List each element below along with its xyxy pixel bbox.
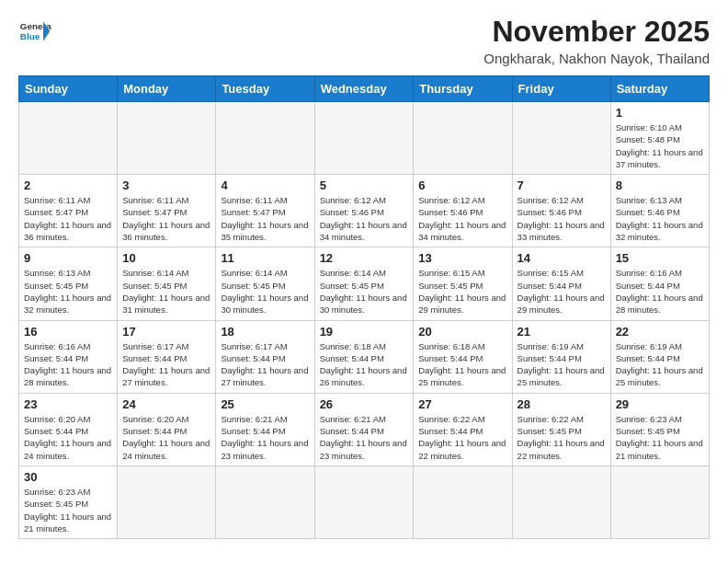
header-wednesday: Wednesday	[314, 76, 414, 102]
header-monday: Monday	[118, 76, 216, 102]
empty-cell	[19, 102, 118, 175]
header-friday: Friday	[512, 76, 610, 102]
location-title: Ongkharak, Nakhon Nayok, Thailand	[483, 51, 710, 66]
empty-cell	[216, 102, 314, 175]
day-19: 19 Sunrise: 6:18 AM Sunset: 5:44 PM Dayl…	[314, 320, 414, 393]
svg-text:Blue: Blue	[20, 31, 40, 41]
empty-cell	[314, 102, 414, 175]
header-thursday: Thursday	[414, 76, 512, 102]
day-20: 20 Sunrise: 6:18 AM Sunset: 5:44 PM Dayl…	[414, 320, 512, 393]
weekday-header-row: Sunday Monday Tuesday Wednesday Thursday…	[19, 76, 710, 102]
header-saturday: Saturday	[610, 76, 709, 102]
day-8: 8 Sunrise: 6:13 AM Sunset: 5:46 PM Dayli…	[610, 175, 709, 247]
empty-cell	[314, 465, 414, 538]
title-block: November 2025 Ongkharak, Nakhon Nayok, T…	[483, 15, 710, 66]
day-14: 14 Sunrise: 6:15 AM Sunset: 5:44 PM Dayl…	[512, 247, 610, 320]
calendar-row-4: 16 Sunrise: 6:16 AM Sunset: 5:44 PM Dayl…	[19, 320, 710, 393]
calendar-row-6: 30 Sunrise: 6:23 AM Sunset: 5:45 PM Dayl…	[19, 465, 710, 538]
day-12: 12 Sunrise: 6:14 AM Sunset: 5:45 PM Dayl…	[314, 247, 414, 320]
calendar-row-2: 2 Sunrise: 6:11 AM Sunset: 5:47 PM Dayli…	[19, 175, 710, 247]
calendar-row-3: 9 Sunrise: 6:13 AM Sunset: 5:45 PM Dayli…	[19, 247, 710, 320]
day-10: 10 Sunrise: 6:14 AM Sunset: 5:45 PM Dayl…	[118, 247, 216, 320]
day-5: 5 Sunrise: 6:12 AM Sunset: 5:46 PM Dayli…	[314, 175, 414, 247]
header-tuesday: Tuesday	[216, 76, 314, 102]
day-2: 2 Sunrise: 6:11 AM Sunset: 5:47 PM Dayli…	[19, 175, 118, 247]
day-3: 3 Sunrise: 6:11 AM Sunset: 5:47 PM Dayli…	[118, 175, 216, 247]
day-9: 9 Sunrise: 6:13 AM Sunset: 5:45 PM Dayli…	[19, 247, 118, 320]
day-24: 24 Sunrise: 6:20 AM Sunset: 5:44 PM Dayl…	[118, 393, 216, 465]
day-27: 27 Sunrise: 6:22 AM Sunset: 5:44 PM Dayl…	[414, 393, 512, 465]
day-23: 23 Sunrise: 6:20 AM Sunset: 5:44 PM Dayl…	[19, 393, 118, 465]
page-header: General Blue November 2025 Ongkharak, Na…	[18, 15, 710, 66]
empty-cell	[216, 465, 314, 538]
empty-cell	[118, 465, 216, 538]
empty-cell	[414, 465, 512, 538]
day-29: 29 Sunrise: 6:23 AM Sunset: 5:45 PM Dayl…	[610, 393, 709, 465]
day-4: 4 Sunrise: 6:11 AM Sunset: 5:47 PM Dayli…	[216, 175, 314, 247]
day-28: 28 Sunrise: 6:22 AM Sunset: 5:45 PM Dayl…	[512, 393, 610, 465]
day-21: 21 Sunrise: 6:19 AM Sunset: 5:44 PM Dayl…	[512, 320, 610, 393]
empty-cell	[414, 102, 512, 175]
empty-cell	[610, 465, 709, 538]
day-13: 13 Sunrise: 6:15 AM Sunset: 5:45 PM Dayl…	[414, 247, 512, 320]
month-title: November 2025	[483, 15, 710, 49]
day-22: 22 Sunrise: 6:19 AM Sunset: 5:44 PM Dayl…	[610, 320, 709, 393]
calendar-table: Sunday Monday Tuesday Wednesday Thursday…	[18, 75, 710, 539]
day-16: 16 Sunrise: 6:16 AM Sunset: 5:44 PM Dayl…	[19, 320, 118, 393]
day-7: 7 Sunrise: 6:12 AM Sunset: 5:46 PM Dayli…	[512, 175, 610, 247]
header-sunday: Sunday	[19, 76, 118, 102]
day-26: 26 Sunrise: 6:21 AM Sunset: 5:44 PM Dayl…	[314, 393, 414, 465]
day-17: 17 Sunrise: 6:17 AM Sunset: 5:44 PM Dayl…	[118, 320, 216, 393]
empty-cell	[512, 465, 610, 538]
day-15: 15 Sunrise: 6:16 AM Sunset: 5:44 PM Dayl…	[610, 247, 709, 320]
empty-cell	[118, 102, 216, 175]
day-18: 18 Sunrise: 6:17 AM Sunset: 5:44 PM Dayl…	[216, 320, 314, 393]
calendar-row-1: 1 Sunrise: 6:10 AM Sunset: 5:48 PM Dayli…	[19, 102, 710, 175]
calendar-row-5: 23 Sunrise: 6:20 AM Sunset: 5:44 PM Dayl…	[19, 393, 710, 465]
day-25: 25 Sunrise: 6:21 AM Sunset: 5:44 PM Dayl…	[216, 393, 314, 465]
day-30: 30 Sunrise: 6:23 AM Sunset: 5:45 PM Dayl…	[19, 465, 118, 538]
day-11: 11 Sunrise: 6:14 AM Sunset: 5:45 PM Dayl…	[216, 247, 314, 320]
day-6: 6 Sunrise: 6:12 AM Sunset: 5:46 PM Dayli…	[414, 175, 512, 247]
logo: General Blue	[18, 15, 51, 48]
empty-cell	[512, 102, 610, 175]
day-1: 1 Sunrise: 6:10 AM Sunset: 5:48 PM Dayli…	[610, 102, 709, 175]
